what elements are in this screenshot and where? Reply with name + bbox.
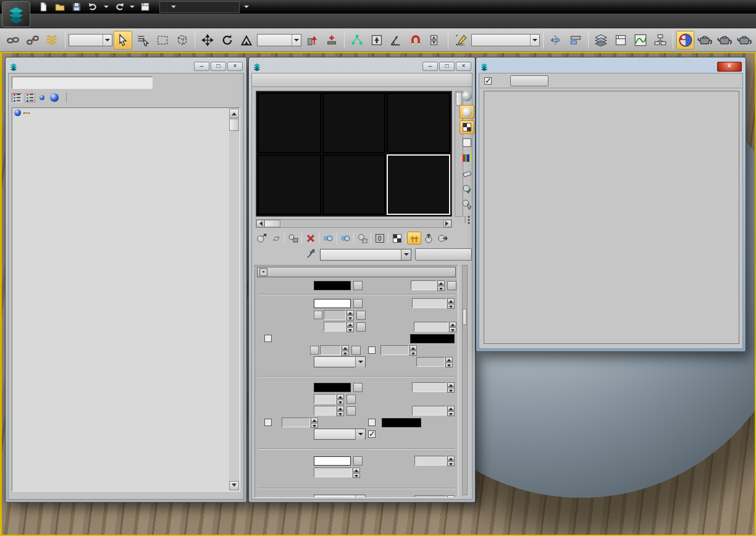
- fog-bias-spinner[interactable]: [447, 456, 455, 466]
- editor-menu-utilities[interactable]: [305, 79, 315, 82]
- menu-rendering[interactable]: [145, 19, 157, 23]
- thickness-spinner[interactable]: [447, 495, 455, 498]
- menu-create[interactable]: [90, 19, 103, 23]
- render-production-button[interactable]: [735, 31, 754, 49]
- refract-color-swatch[interactable]: [314, 383, 351, 392]
- auto-update-checkbox[interactable]: [484, 77, 492, 85]
- navigator-minimize-button[interactable]: –: [194, 62, 209, 71]
- roughness-map-button[interactable]: [447, 281, 456, 290]
- pick-material-button[interactable]: [306, 249, 316, 261]
- update-button[interactable]: [510, 75, 548, 86]
- refract-max-depth-field[interactable]: [412, 406, 447, 416]
- material-editor-button[interactable]: [676, 31, 695, 49]
- video-color-check-button[interactable]: [460, 151, 474, 165]
- dim-distance-spinner[interactable]: [410, 345, 417, 356]
- rendered-frame-window-button[interactable]: [715, 31, 734, 49]
- sample-slot-2[interactable]: [322, 93, 386, 153]
- menu-maxscript[interactable]: [172, 19, 184, 23]
- refract-max-depth-spinner[interactable]: [447, 406, 455, 416]
- get-material-button[interactable]: [254, 232, 269, 245]
- menu-tools[interactable]: [49, 19, 62, 23]
- background-button[interactable]: [460, 120, 474, 134]
- refl-gloss-field[interactable]: [324, 322, 346, 332]
- angle-snap-button[interactable]: [387, 31, 405, 49]
- navigator-scroll-thumb[interactable]: [229, 119, 239, 131]
- refract-exit-color-checkbox[interactable]: [368, 419, 376, 426]
- material-name-select[interactable]: [320, 249, 411, 261]
- glossiness-spinner[interactable]: [337, 394, 344, 404]
- fresnel-checkbox[interactable]: [264, 335, 272, 342]
- preview-titlebar[interactable]: ×: [479, 60, 743, 73]
- make-unique-button[interactable]: [338, 232, 352, 245]
- view-list-plus-maps-button[interactable]: [25, 93, 35, 103]
- sample-slot-1[interactable]: [258, 93, 321, 153]
- subdivs-spinner[interactable]: [447, 298, 455, 309]
- sample-slot-6-active[interactable]: [387, 154, 450, 215]
- sample-slot-4[interactable]: [258, 154, 321, 215]
- menu-modifiers[interactable]: [104, 19, 116, 23]
- put-material-to-scene-button[interactable]: [269, 232, 283, 245]
- project-folder-button[interactable]: [139, 1, 151, 12]
- fresnel-ior-map-button[interactable]: [351, 346, 361, 355]
- params-scrollbar[interactable]: [462, 265, 468, 495]
- fog-multiplier-field[interactable]: [314, 467, 352, 477]
- material-type-button[interactable]: [415, 248, 472, 261]
- snap-toggle-button[interactable]: [368, 31, 386, 49]
- select-and-rotate-button[interactable]: [218, 31, 237, 49]
- translucency-select[interactable]: [314, 495, 366, 498]
- curve-editor-button[interactable]: [631, 31, 650, 49]
- select-and-link-button[interactable]: [4, 31, 22, 49]
- select-and-manipulate-button[interactable]: [322, 31, 341, 49]
- refract-exit-color-swatch[interactable]: [382, 418, 421, 427]
- fog-bias-field[interactable]: [414, 456, 447, 466]
- refract-subdivs-field[interactable]: [412, 382, 447, 392]
- ior-spinner[interactable]: [337, 406, 344, 416]
- selection-filter-select[interactable]: [69, 34, 113, 46]
- menu-customize[interactable]: [158, 19, 170, 23]
- refl-gloss-spinner[interactable]: [346, 322, 354, 332]
- schematic-view-button[interactable]: [651, 31, 670, 49]
- fog-color-map-button[interactable]: [353, 456, 363, 466]
- reference-coordinate-select[interactable]: [257, 34, 301, 46]
- navigator-close-button[interactable]: ×: [227, 62, 243, 71]
- affect-channels-select[interactable]: [314, 356, 366, 367]
- dim-falloff-field[interactable]: [416, 357, 445, 367]
- make-material-copy-button[interactable]: [321, 232, 335, 245]
- options-button[interactable]: [460, 182, 474, 196]
- menu-group[interactable]: [63, 19, 75, 23]
- menu-edit[interactable]: [36, 19, 48, 23]
- exit-color-swatch[interactable]: [410, 334, 455, 343]
- new-file-button[interactable]: [37, 1, 49, 12]
- assign-material-button[interactable]: [286, 232, 300, 245]
- rectangular-selection-button[interactable]: [153, 31, 172, 49]
- navigator-maximize-button[interactable]: □: [211, 62, 226, 71]
- fog-multiplier-spinner[interactable]: [353, 467, 360, 478]
- reflect-map-button[interactable]: [353, 299, 363, 308]
- undo-button[interactable]: [87, 1, 99, 12]
- select-by-name-button[interactable]: [133, 31, 152, 49]
- ior-map-button[interactable]: [346, 406, 356, 416]
- glossiness-map-button[interactable]: [346, 395, 356, 404]
- align-button[interactable]: [566, 31, 585, 49]
- navigator-titlebar[interactable]: – □ ×: [8, 60, 244, 73]
- menu-graph-editors[interactable]: [131, 19, 143, 23]
- refract-subdivs-spinner[interactable]: [447, 382, 455, 393]
- hilight-spinner[interactable]: [346, 310, 354, 320]
- select-object-button[interactable]: [114, 31, 132, 49]
- thickness-field[interactable]: [414, 495, 447, 498]
- application-button[interactable]: [2, 1, 30, 27]
- abbe-field[interactable]: [282, 417, 310, 427]
- diffuse-map-button[interactable]: [353, 281, 363, 290]
- ior-field[interactable]: [314, 406, 336, 416]
- glossiness-field[interactable]: [314, 394, 336, 404]
- view-small-icons-button[interactable]: [38, 95, 46, 100]
- keyboard-shortcut-override-button[interactable]: [348, 31, 366, 49]
- ribbon-toggle-button[interactable]: [611, 31, 630, 49]
- sample-slot-5[interactable]: [322, 154, 386, 215]
- slots-hscroll-thumb[interactable]: [264, 220, 280, 227]
- backlight-button[interactable]: [460, 105, 474, 119]
- material-id-channel-button[interactable]: 0: [372, 232, 387, 245]
- percent-snap-button[interactable]: [406, 31, 425, 49]
- scroll-up-button[interactable]: [229, 109, 239, 118]
- hilight-lock-button[interactable]: [314, 311, 322, 319]
